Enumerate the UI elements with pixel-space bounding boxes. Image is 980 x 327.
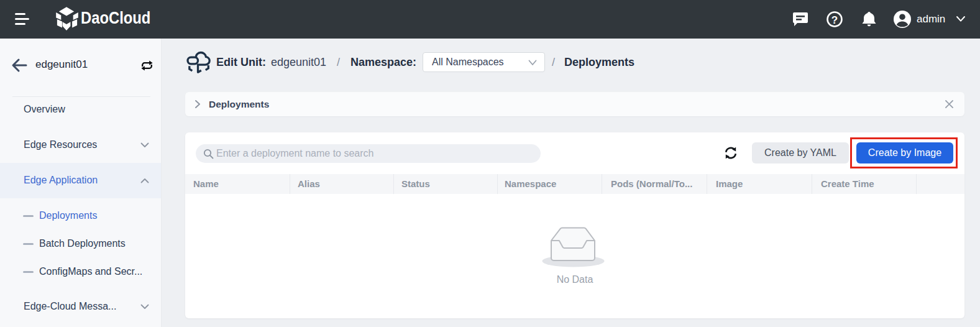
svg-text:?: ? bbox=[831, 14, 838, 26]
